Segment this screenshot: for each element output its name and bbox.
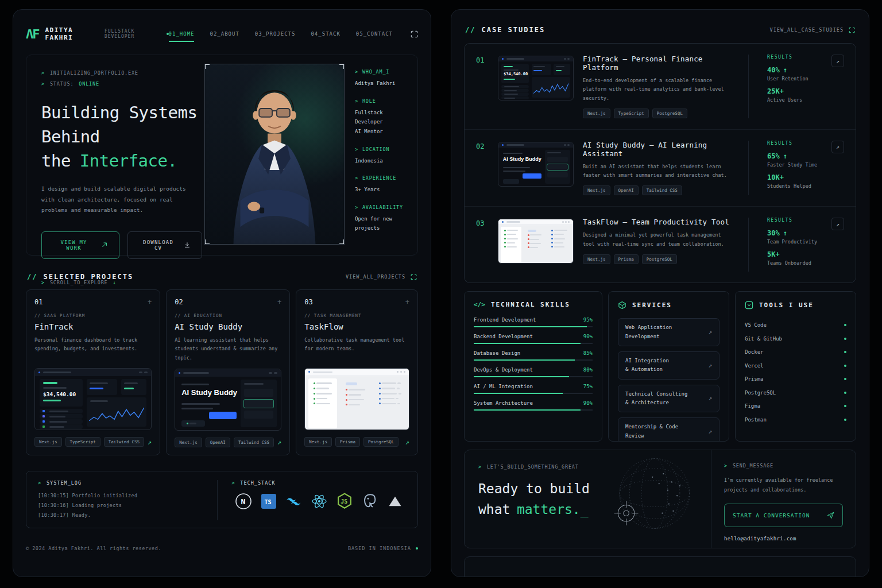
- postgresql-icon: [362, 493, 379, 510]
- tag: TypeScript: [65, 437, 100, 447]
- case-thumbnail-fintrack: $34,540.00: [498, 56, 574, 100]
- tag: PostgreSQL: [363, 437, 399, 447]
- services-box: SERVICES Web ApplicationDevelopment ↗ AI…: [608, 291, 729, 442]
- system-log: >SYSTEM_LOG [10:30:15] Portfolio initial…: [38, 480, 203, 520]
- view-work-button[interactable]: VIEW MY WORK: [41, 231, 119, 259]
- project-tags: Next.js Prisma PostgreSQL ↗: [304, 437, 409, 447]
- skill-bar: [474, 343, 593, 344]
- nav-item-projects[interactable]: 03_PROJECTS: [255, 31, 296, 37]
- status-value: ONLINE: [79, 81, 99, 87]
- tag: Prisma: [614, 254, 639, 264]
- prompt-icon: >: [355, 175, 358, 181]
- project-card-taskflow[interactable]: 03+ // TASK MANAGEMENT TaskFlow Collabor…: [296, 289, 418, 455]
- react-icon: [311, 493, 328, 510]
- vercel-icon: [388, 494, 403, 508]
- tag: OpenAI: [206, 438, 230, 447]
- meta-role: >ROLE Fullstack Developer AI Mentor: [355, 98, 413, 137]
- open-case-icon[interactable]: ↗: [831, 55, 844, 67]
- bullet-dot: [844, 405, 846, 407]
- prompt-icon: >: [478, 464, 482, 470]
- skill-bar: [474, 359, 593, 361]
- terminal-icon: [745, 301, 753, 310]
- tag: OpenAI: [614, 185, 639, 195]
- project-card-fintrack[interactable]: 01+ // SAAS PLATFORM FinTrack Personal f…: [26, 289, 160, 455]
- open-case-icon[interactable]: ↗: [831, 218, 844, 230]
- project-title: TaskFlow: [304, 322, 409, 331]
- based-in: BASED IN INDONESIA: [348, 546, 418, 551]
- hero-description: I design and build scalable digital prod…: [41, 184, 202, 216]
- boot-line: > INITIALIZING_PORTFOLIO.EXE: [41, 70, 202, 76]
- skill-bar: [474, 326, 593, 327]
- project-card-ai-study-buddy[interactable]: 02+ // AI EDUCATION AI Study Buddy AI le…: [166, 289, 290, 455]
- status-dot: [416, 547, 418, 550]
- project-description: AI learning assistant that helps student…: [175, 336, 281, 362]
- project-thumbnail-ai-study-buddy: AI Study Buddy: [175, 369, 281, 431]
- status-label: STATUS:: [50, 81, 74, 87]
- tools-box: TOOLS I USE VS Code Git & GitHub Docker …: [735, 291, 856, 442]
- divider: [748, 55, 749, 118]
- project-category: // TASK MANAGEMENT: [304, 313, 409, 318]
- view-all-projects-link[interactable]: VIEW_ALL_PROJECTS: [346, 274, 417, 280]
- main-nav: 01_HOME 02_ABOUT 03_PROJECTS 04_STACK 05…: [169, 30, 418, 38]
- case-study-fintrack[interactable]: 01 $34,540.00 FinT: [465, 44, 856, 130]
- service-consulting[interactable]: Technical Consulting& Architecture ↗: [618, 385, 719, 413]
- nav-item-contact[interactable]: 05_CONTACT: [356, 31, 393, 37]
- tag: Next.js: [583, 185, 610, 195]
- project-category: // SAAS PLATFORM: [34, 313, 152, 318]
- case-number: 02: [476, 141, 489, 150]
- case-study-taskflow[interactable]: 03: [465, 207, 856, 283]
- brand[interactable]: ΛF ADITYA FAKHRI FULLSTACK DEVELOPER: [26, 26, 169, 41]
- open-case-icon[interactable]: ↗: [831, 141, 844, 153]
- projects-heading: // SELECTED PROJECTS: [27, 273, 133, 281]
- expand-icon[interactable]: +: [148, 298, 152, 306]
- case-study-ai-study-buddy[interactable]: 02 AI Study Buddy AI Study Buddy – AI Le…: [465, 130, 856, 207]
- nodejs-icon: JS: [336, 493, 353, 510]
- arrow-up-icon: ↑: [783, 229, 787, 237]
- service-ai-integration[interactable]: AI Integration& Automation ↗: [618, 351, 719, 380]
- open-project-icon[interactable]: ↗: [277, 438, 281, 446]
- case-thumbnail-ai-study-buddy: AI Study Buddy: [498, 142, 574, 187]
- service-mentorship[interactable]: Mentorship & CodeReview ↗: [618, 417, 719, 442]
- view-all-case-studies-link[interactable]: VIEW_ALL_CASE_STUDIES: [770, 27, 855, 33]
- expand-icon[interactable]: +: [405, 298, 409, 306]
- prompt-icon: >: [355, 69, 358, 75]
- hero-title: Building Systems Behind theInterface.: [41, 100, 202, 173]
- open-project-icon[interactable]: ↗: [405, 438, 409, 446]
- expand-icon[interactable]: +: [277, 298, 281, 306]
- nav-item-stack[interactable]: 04_STACK: [311, 31, 340, 37]
- fullscreen-icon[interactable]: [411, 30, 418, 38]
- case-description: Designed a minimal yet powerful task man…: [583, 231, 732, 249]
- hero-actions: VIEW MY WORK DOWNLOAD CV: [41, 231, 202, 259]
- left-panel-footer: © 2024 Aditya Fakhri. All rights reserve…: [26, 546, 418, 551]
- case-studies-heading: // CASE STUDIES: [465, 26, 545, 34]
- logo-mark[interactable]: ΛF: [26, 27, 39, 41]
- open-service-icon: ↗: [708, 428, 712, 435]
- contact-form-panel: > SEND_MESSAGE I'm currently available f…: [711, 450, 856, 548]
- contact-section: > LET'S_BUILD_SOMETHING_GREAT Ready to b…: [464, 450, 856, 548]
- tag: Tailwind CSS: [234, 438, 274, 447]
- divider: [217, 480, 218, 520]
- tool-item: VS Code: [745, 318, 846, 332]
- case-studies-list: 01 $34,540.00 FinT: [464, 43, 856, 283]
- info-boxes: </> TECHNICAL SKILLS Frontend Developmen…: [464, 291, 856, 442]
- skill-bar: [474, 409, 593, 411]
- service-web-app[interactable]: Web ApplicationDevelopment ↗: [618, 318, 719, 346]
- open-project-icon[interactable]: ↗: [148, 438, 152, 446]
- globe-graphic: [587, 451, 702, 548]
- tag: Prisma: [335, 437, 360, 447]
- nav-item-home[interactable]: 01_HOME: [169, 31, 195, 37]
- case-results: ↗ RESULTS 65%↑ Faster Study Time 10K+ St…: [758, 141, 844, 195]
- nav-item-about[interactable]: 02_ABOUT: [210, 31, 239, 37]
- project-thumbnail-fintrack: $34,540.00: [34, 368, 152, 430]
- download-icon: [184, 242, 190, 248]
- arrow-up-icon: ↑: [783, 66, 787, 74]
- tech-stack: >TECH_STACK N TS JS: [231, 480, 406, 520]
- prompt-icon: >: [355, 204, 358, 210]
- prompt-icon: >: [231, 480, 235, 486]
- project-title: AI Study Buddy: [175, 322, 281, 331]
- download-cv-button[interactable]: DOWNLOAD CV: [127, 231, 202, 259]
- case-tags: Next.js Prisma PostgreSQL: [583, 254, 732, 264]
- case-description: Buiit an AI assistant that helps student…: [583, 163, 732, 180]
- email-address[interactable]: hello@adityafakhri.com: [724, 536, 843, 541]
- start-conversation-button[interactable]: START A CONVERSATION: [724, 504, 843, 527]
